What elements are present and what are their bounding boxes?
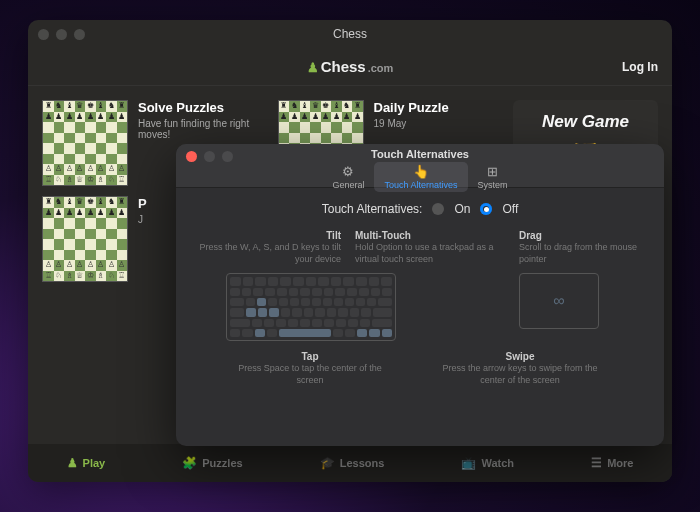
mini-chessboard: ♜♞♝♛♚♝♞♜♟♟♟♟♟♟♟♟♙♙♙♙♙♙♙♙♖♘♗♕♔♗♘♖ [42,100,128,186]
watch-icon: 📺 [461,456,476,470]
lessons-icon: 🎓 [320,456,335,470]
touch-alternatives-toggle: Touch Alternatives: On Off [196,202,644,216]
nav-more[interactable]: ☰More [591,456,633,470]
nav-label: Play [83,457,106,469]
keyboard-graphic [226,273,396,341]
more-icon: ☰ [591,456,602,470]
settings-body: Touch Alternatives: On Off Tilt Press th… [176,188,664,446]
nav-watch[interactable]: 📺Watch [461,456,514,470]
puzzle-icon: 🧩 [182,456,197,470]
keyboard-illustration [196,269,505,341]
block-title: Tilt [196,230,341,241]
block-title: Multi-Touch [355,230,505,241]
app-header: ♟ Chess.com Log In [28,48,672,86]
logo-brand: Chess [321,58,366,75]
touch-icon: 👆 [413,164,429,179]
settings-traffic-lights [186,151,233,162]
tilt-block: Tilt Press the W, A, S, and D keys to ti… [196,230,341,265]
close-button[interactable] [186,151,197,162]
tab-general[interactable]: ⚙General [322,162,374,192]
card-subtitle: J [138,214,147,225]
bottom-nav: ♟Play 🧩Puzzles 🎓Lessons 📺Watch ☰More [28,444,672,482]
tap-block: Tap Press Space to tap the center of the… [235,351,385,386]
login-button[interactable]: Log In [622,60,658,74]
new-game-heading: New Game [525,112,646,132]
toggle-label: Touch Alternatives: [322,202,423,216]
nav-play[interactable]: ♟Play [67,456,106,470]
block-desc: Hold Option to use a trackpad as a virtu… [355,242,505,265]
multitouch-block: Multi-Touch Hold Option to use a trackpa… [355,230,505,265]
main-titlebar: Chess [28,20,672,48]
drag-block: Drag Scroll to drag from the mouse point… [519,230,639,265]
pawn-icon: ♟ [307,60,319,75]
card-text: P J [138,196,147,282]
block-desc: Press the W, A, S, and D keys to tilt yo… [196,242,341,265]
system-icon: ⊞ [487,164,498,179]
settings-titlebar: Touch Alternatives ⚙General 👆Touch Alter… [176,144,664,188]
block-desc: Press Space to tap the center of the scr… [235,363,385,386]
block-title: Tap [235,351,385,362]
tab-label: General [332,180,364,190]
bottom-descriptions: Tap Press Space to tap the center of the… [196,351,644,386]
radio-on[interactable] [432,203,444,215]
card-title: Daily Puzzle [374,100,449,115]
tab-label: System [478,180,508,190]
traffic-lights [38,29,85,40]
card-title: P [138,196,147,211]
touch-alternatives-dialog: Touch Alternatives ⚙General 👆Touch Alter… [176,144,664,446]
block-title: Drag [519,230,639,241]
nav-label: Watch [481,457,514,469]
tab-touch-alternatives[interactable]: 👆Touch Alternatives [374,162,467,192]
block-desc: Scroll to drag from the mouse pointer [519,242,639,265]
radio-off[interactable] [480,203,492,215]
swipe-block: Swipe Press the arrow keys to swipe from… [435,351,605,386]
card-subtitle: Have fun finding the right moves! [138,118,268,140]
close-button[interactable] [38,29,49,40]
block-desc: Press the arrow keys to swipe from the c… [435,363,605,386]
play-icon: ♟ [67,456,78,470]
settings-tabs: ⚙General 👆Touch Alternatives ⊞System [322,162,517,192]
nav-lessons[interactable]: 🎓Lessons [320,456,385,470]
card-subtitle: 19 May [374,118,449,129]
radio-on-label: On [454,202,470,216]
chess-logo[interactable]: ♟ Chess.com [307,58,394,75]
nav-label: Lessons [340,457,385,469]
zoom-button[interactable] [222,151,233,162]
gear-icon: ⚙ [342,164,354,179]
logo-suffix: .com [368,62,394,74]
trackpad-graphic: ∞ [519,273,599,329]
block-title: Swipe [435,351,605,362]
card-title: Solve Puzzles [138,100,268,115]
nav-puzzles[interactable]: 🧩Puzzles [182,456,242,470]
nav-label: More [607,457,633,469]
window-title: Chess [333,27,367,41]
minimize-button[interactable] [56,29,67,40]
tab-system[interactable]: ⊞System [468,162,518,192]
tab-label: Touch Alternatives [384,180,457,190]
mini-chessboard: ♜♞♝♛♚♝♞♜♟♟♟♟♟♟♟♟♙♙♙♙♙♙♙♙♖♘♗♕♔♗♘♖ [42,196,128,282]
minimize-button[interactable] [204,151,215,162]
nav-label: Puzzles [202,457,242,469]
trackpad-illustration: ∞ [519,269,639,341]
radio-off-label: Off [502,202,518,216]
gesture-diagram: Tilt Press the W, A, S, and D keys to ti… [196,230,644,345]
settings-window-title: Touch Alternatives [371,148,469,160]
zoom-button[interactable] [74,29,85,40]
